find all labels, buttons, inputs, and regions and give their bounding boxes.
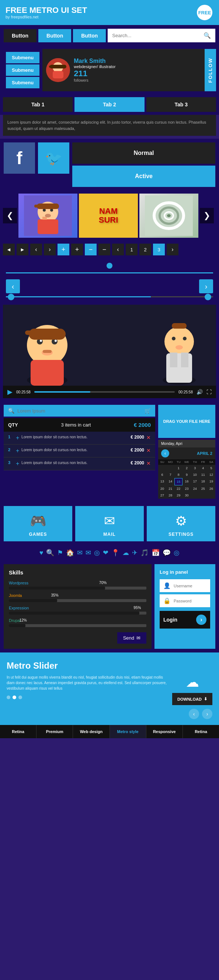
nav-item-1[interactable]: Submenu (6, 52, 40, 63)
cart-icon[interactable]: 🛒 (144, 408, 151, 414)
page-3[interactable]: 3 (153, 243, 165, 255)
bottom-tab-responsive[interactable]: Responsive (146, 725, 183, 738)
ctrl-left-btn[interactable]: ◄ (3, 243, 15, 255)
cal-day[interactable]: 21 (166, 485, 174, 492)
mail-icon-2[interactable]: ✉ (86, 549, 91, 557)
cal-day[interactable]: 5 (207, 465, 215, 471)
ctrl-next-btn[interactable]: › (44, 243, 56, 255)
calendar-icon[interactable]: 📅 (152, 549, 160, 557)
cal-day[interactable]: 12 (207, 471, 215, 478)
bottom-tab-metro[interactable]: Metro style (110, 725, 146, 738)
cal-day[interactable]: 26 (207, 485, 215, 492)
follow-button[interactable]: FOLLOW (205, 49, 216, 91)
cal-day[interactable]: 29 (174, 492, 182, 499)
ctrl-prev-btn-2[interactable]: ‹ (112, 243, 124, 255)
cal-day[interactable]: 6 (158, 471, 166, 478)
cal-day[interactable]: 16 (182, 478, 190, 485)
record-icon[interactable]: ◎ (174, 549, 179, 557)
heart-filled-icon[interactable]: ❤ (103, 549, 109, 557)
cal-prev-btn[interactable]: ‹ (161, 449, 169, 457)
cal-day[interactable]: 25 (199, 485, 207, 492)
slider-handle-right[interactable] (205, 294, 211, 300)
ctrl-prev-btn[interactable]: ‹ (30, 243, 42, 255)
search-input[interactable] (112, 33, 201, 38)
cal-day[interactable]: 30 (182, 492, 190, 499)
volume-icon[interactable]: 🔊 (197, 389, 203, 395)
drag-drop-area[interactable]: DRAG YOUR FILE HERE (158, 405, 215, 438)
cal-day[interactable]: 14 (166, 478, 174, 485)
item-2-remove[interactable]: ✕ (146, 447, 151, 453)
cal-day[interactable]: 1 (174, 465, 182, 471)
tab-2[interactable]: Tab 2 (75, 97, 144, 112)
carousel-next-button[interactable]: ❯ (200, 208, 214, 223)
bottom-tab-premium[interactable]: Premium (37, 725, 73, 738)
cal-day[interactable]: 24 (191, 485, 199, 492)
bottom-tab-retina-1[interactable]: Retina (0, 725, 37, 738)
cal-day[interactable]: 8 (174, 471, 182, 478)
metro-next-btn[interactable]: › (202, 709, 213, 719)
ctrl-minus-btn-1[interactable]: − (85, 243, 97, 255)
plane-icon[interactable]: ✈ (132, 549, 137, 557)
cal-day[interactable]: 9 (182, 471, 190, 478)
bottom-tab-retina-2[interactable]: Retina (183, 725, 219, 738)
mail-app[interactable]: ✉ MAIL (75, 506, 144, 541)
button-1[interactable]: Button (4, 29, 37, 42)
carousel-prev-button[interactable]: ❮ (3, 208, 17, 223)
chat-icon[interactable]: 💬 (163, 549, 171, 557)
cal-day-today[interactable]: 15 (174, 478, 182, 485)
cal-day[interactable]: 3 (191, 465, 199, 471)
page-2[interactable]: 2 (139, 243, 151, 255)
search-small-icon[interactable]: 🔍 (46, 549, 54, 557)
nav-item-2[interactable]: Submenu (6, 64, 40, 76)
cal-day[interactable] (166, 465, 174, 471)
cal-day[interactable]: 2 (182, 465, 190, 471)
slider-right-btn[interactable]: › (199, 279, 213, 293)
ctrl-right-btn[interactable]: ► (17, 243, 29, 255)
toggle-active[interactable]: Active (72, 165, 215, 187)
ctrl-minus-btn-2[interactable]: − (98, 243, 110, 255)
progress-bar[interactable] (34, 391, 175, 393)
cloud-small-icon[interactable]: ☁ (122, 549, 129, 557)
cal-day[interactable]: 10 (191, 471, 199, 478)
settings-app[interactable]: ⚙ SETTINGS (147, 506, 215, 541)
cal-day[interactable]: 18 (199, 478, 207, 485)
cal-day[interactable]: 17 (191, 478, 199, 485)
button-3[interactable]: Button (73, 29, 106, 42)
username-input[interactable] (174, 584, 206, 588)
slider-left-btn[interactable]: ‹ (6, 279, 20, 293)
search-bar-input[interactable] (17, 408, 142, 414)
games-app[interactable]: 🎮 GAMES (4, 506, 72, 541)
button-2[interactable]: Button (38, 29, 71, 42)
ctrl-next-btn-2[interactable]: › (167, 243, 179, 255)
cal-day[interactable]: 20 (158, 485, 166, 492)
cal-day[interactable]: 28 (166, 492, 174, 499)
ctrl-plus-btn-1[interactable]: + (58, 243, 69, 255)
pin-icon[interactable]: 📍 (111, 549, 120, 557)
flag-icon[interactable]: ⚑ (57, 549, 63, 557)
cal-day[interactable]: 11 (199, 471, 207, 478)
fullscreen-icon[interactable]: ⛶ (206, 389, 212, 395)
facebook-button[interactable]: f (4, 142, 35, 174)
download-button[interactable]: DOWNLOAD ⬇ (172, 693, 213, 705)
ctrl-plus-btn-2[interactable]: + (71, 243, 83, 255)
item-1-remove[interactable]: ✕ (146, 434, 151, 441)
cal-day[interactable]: 23 (182, 485, 190, 492)
send-button[interactable]: Send ✉ (117, 632, 146, 644)
cal-day[interactable]: 4 (199, 465, 207, 471)
bottom-tab-webdesign[interactable]: Web design (73, 725, 110, 738)
slider-handle-left[interactable] (8, 294, 14, 300)
item-3-remove[interactable]: ✕ (146, 460, 151, 466)
tab-1[interactable]: Tab 1 (3, 97, 73, 112)
cal-day[interactable] (158, 465, 166, 471)
mail-small-icon[interactable]: ✉ (77, 549, 83, 557)
twitter-button[interactable]: 🐦 (38, 142, 69, 174)
nav-item-3[interactable]: Submenu (6, 77, 40, 88)
login-button[interactable]: Login › (160, 611, 210, 628)
music-icon[interactable]: 🎵 (141, 549, 149, 557)
toggle-normal[interactable]: Normal (72, 142, 215, 164)
cal-day[interactable]: 13 (158, 478, 166, 485)
cal-day[interactable]: 22 (174, 485, 182, 492)
home-icon[interactable]: 🏠 (66, 549, 74, 557)
page-1[interactable]: 1 (126, 243, 137, 255)
circle-icon[interactable]: ◎ (94, 549, 100, 557)
